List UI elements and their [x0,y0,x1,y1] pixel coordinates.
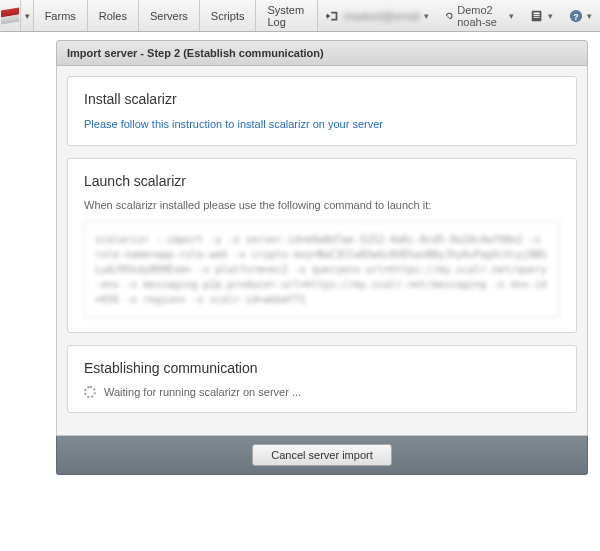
account-email: masked@email [344,10,420,22]
environment-icon [445,9,454,23]
chevron-down-icon: ▾ [509,11,514,21]
svg-rect-3 [534,16,540,17]
chevron-down-icon: ▾ [548,11,553,21]
nav-label: Roles [99,10,127,22]
top-toolbar: ▾ Farms Roles Servers Scripts System Log… [0,0,600,32]
install-instructions-link[interactable]: Please follow this instruction to instal… [84,118,383,130]
launch-description: When scalarizr installed please use the … [84,199,560,211]
nav-farms[interactable]: Farms [34,0,88,31]
contacts-menu[interactable]: ▾ [522,0,561,31]
account-menu[interactable]: masked@email ▾ [318,0,437,31]
status-line: Waiting for running scalarizr on server … [84,386,560,398]
address-book-icon [530,9,544,23]
launch-panel: Launch scalarizr When scalarizr installe… [67,158,577,333]
page-title: Import server - Step 2 (Establish commun… [67,47,324,59]
footer-bar: Cancel server import [56,436,588,475]
status-panel: Establishing communication Waiting for r… [67,345,577,413]
chevron-down-icon: ▾ [587,11,592,21]
svg-rect-1 [534,12,540,14]
help-menu[interactable]: ? ▾ [561,0,600,31]
status-text: Waiting for running scalarizr on server … [104,386,301,398]
launch-command-box[interactable]: scalarizr --import -y -o server-id=e0a8d… [84,221,560,318]
install-heading: Install scalarizr [84,91,560,107]
page-body: Install scalarizr Please follow this ins… [56,66,588,436]
nav-label: Scripts [211,10,245,22]
cancel-label: Cancel server import [271,449,372,461]
environment-label: Demo2 noah-se [457,4,505,28]
logo-cube-icon [1,9,19,23]
launch-heading: Launch scalarizr [84,173,560,189]
status-heading: Establishing communication [84,360,560,376]
chevron-down-icon: ▾ [424,11,429,21]
environment-menu[interactable]: Demo2 noah-se ▾ [437,0,522,31]
page-header: Import server - Step 2 (Establish commun… [56,40,588,66]
logo-menu-caret[interactable]: ▾ [21,0,33,31]
app-logo[interactable] [0,0,21,31]
nav-roles[interactable]: Roles [88,0,139,31]
spinner-icon [84,386,96,398]
nav-label: Servers [150,10,188,22]
svg-rect-2 [534,15,540,16]
nav-system-log[interactable]: System Log [256,0,317,31]
nav-label: System Log [267,4,305,28]
nav-scripts[interactable]: Scripts [200,0,257,31]
cancel-button[interactable]: Cancel server import [252,444,391,466]
login-icon [326,9,340,23]
help-icon: ? [569,9,583,23]
install-panel: Install scalarizr Please follow this ins… [67,76,577,146]
nav-label: Farms [45,10,76,22]
svg-text:?: ? [573,11,578,21]
nav-servers[interactable]: Servers [139,0,200,31]
